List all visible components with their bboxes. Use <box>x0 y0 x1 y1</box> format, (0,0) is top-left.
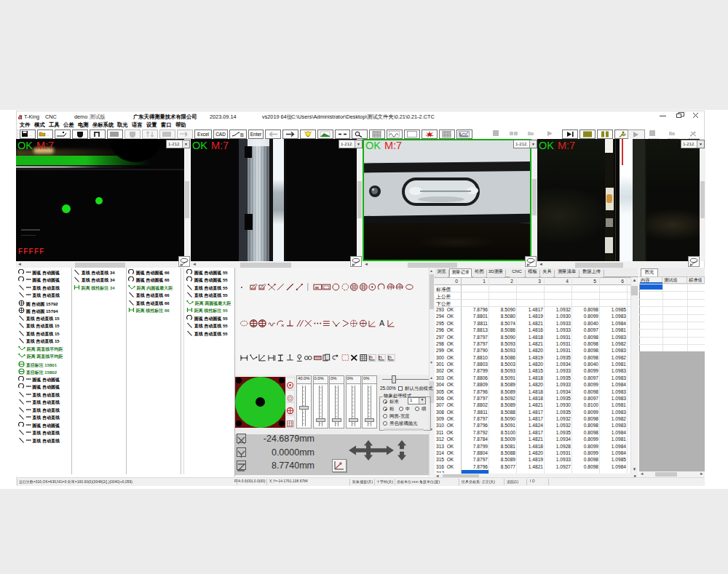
svg-text:A: A <box>379 319 385 327</box>
svg-text:k: k <box>389 356 392 359</box>
svg-text:..: .. <box>29 132 32 137</box>
svg-text:..: .. <box>47 132 50 137</box>
svg-text:B: B <box>240 132 244 137</box>
svg-text:k: k <box>381 356 383 359</box>
svg-text:k: k <box>371 356 373 359</box>
